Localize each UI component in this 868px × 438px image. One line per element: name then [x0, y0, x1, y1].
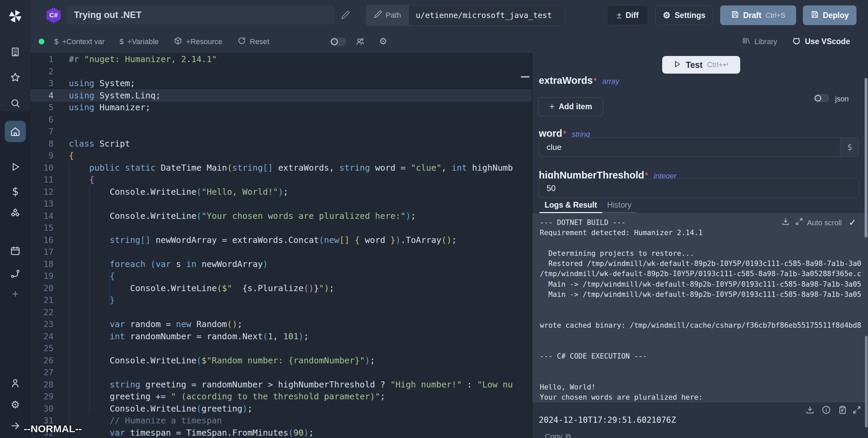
workers-status-dot	[39, 39, 44, 44]
path-field[interactable]: Path u/etienne/microsoft_java_test	[366, 5, 565, 26]
use-vscode-button[interactable]: Use VScode	[792, 31, 850, 53]
code-lines: 1#r "nuget: Humanizer, 2.14.1"23using Sy…	[31, 53, 532, 438]
json-toggle[interactable]	[814, 94, 829, 102]
code-line: 21 }	[31, 294, 532, 306]
save-floppy-icon	[811, 10, 819, 20]
run-panel: Test Ctrl+↵ extraWords * array json + Ad…	[532, 53, 868, 438]
path-value[interactable]: u/etienne/microsoft_java_test	[409, 5, 565, 25]
add-resource-button[interactable]: +Resource	[174, 36, 222, 47]
overview-ruler-mark	[521, 76, 530, 78]
info-icon[interactable]	[822, 405, 831, 415]
code-line: 6	[31, 114, 532, 126]
code-line: 12 Console.WriteLine("Hello, World!");	[31, 186, 532, 198]
header: C# Trying out .NET Path u/etienne/micros…	[31, 0, 868, 31]
code-line: 28 string greeting = randomNumber > high…	[31, 379, 532, 391]
code-line: 8class Script	[31, 138, 532, 150]
threshold-input[interactable]	[539, 179, 859, 197]
code-line: 1#r "nuget: Humanizer, 2.14.1"	[31, 53, 532, 65]
schedules-calendar-icon[interactable]	[10, 246, 20, 256]
check-icon[interactable]: ✓	[849, 217, 856, 228]
download-logs-icon[interactable]	[781, 217, 790, 226]
settings-button[interactable]: ⚙ Settings	[655, 5, 713, 25]
edit-title-pencil-icon[interactable]	[341, 11, 350, 21]
code-line: 31 // Humanize a timespan	[31, 415, 532, 427]
create-plus-icon[interactable]: +	[12, 289, 19, 299]
dollar-icon: $	[120, 37, 124, 46]
settings-gear-icon[interactable]: ⚙	[11, 400, 20, 410]
code-line: 16 string[] newWordArray = extraWords.Co…	[31, 234, 532, 246]
toggle-knob	[331, 38, 338, 45]
script-title[interactable]: Trying out .NET	[74, 5, 142, 24]
expand-logs-icon[interactable]	[795, 217, 804, 226]
draft-button[interactable]: Draft Ctrl+S	[720, 5, 796, 25]
code-line: 17	[31, 246, 532, 258]
json-toggle-label: json	[835, 95, 849, 103]
variables-dollar-icon[interactable]: $	[12, 186, 18, 196]
test-button[interactable]: Test Ctrl+↵	[662, 56, 740, 74]
log-text: --- DOTNET BUILD --- Requirement detecte…	[540, 217, 861, 402]
code-line: 25	[31, 342, 532, 355]
result-area: 2024-12-10T17:29:51.6021076Z Copy ⧉	[532, 402, 868, 438]
expand-arrow-icon[interactable]	[10, 421, 20, 431]
code-editor[interactable]: 1#r "nuget: Humanizer, 2.14.1"23using Sy…	[31, 53, 532, 438]
clipboard-copy-icon[interactable]	[838, 405, 847, 415]
package-icon	[174, 36, 182, 47]
diff-icon: ±	[617, 11, 622, 20]
favorites-star-icon[interactable]	[10, 72, 20, 82]
editor-settings-gear-icon[interactable]: ⚙	[379, 37, 387, 46]
code-line: 11 {	[31, 174, 532, 186]
script-title-field[interactable]: Trying out .NET	[66, 5, 334, 24]
library-button[interactable]: Library	[742, 31, 777, 53]
code-line: 2	[31, 65, 532, 78]
insert-variable-dollar-button[interactable]: $	[840, 138, 859, 156]
flows-route-icon[interactable]	[10, 269, 20, 279]
tab-logs-result[interactable]: Logs & Result	[539, 198, 602, 213]
code-line: 26 Console.WriteLine($"Random number: {r…	[31, 355, 532, 367]
windmill-logo-icon[interactable]	[8, 9, 23, 24]
panel-scrollbar-thumb[interactable]	[865, 78, 867, 237]
copy-result-button[interactable]: Copy ⧉	[545, 432, 571, 438]
diff-button[interactable]: ± Diff	[607, 5, 648, 25]
deploy-button[interactable]: Deploy	[803, 5, 856, 25]
code-line: 13	[31, 198, 532, 210]
play-icon	[673, 60, 681, 70]
maximize-result-icon[interactable]	[852, 405, 862, 415]
search-icon[interactable]	[10, 98, 20, 108]
required-mark: *	[593, 76, 597, 86]
code-line: 20 Console.WriteLine($" {s.Pluralize()}"…	[31, 282, 532, 294]
user-icon[interactable]	[10, 378, 20, 388]
gear-icon: ⚙	[663, 11, 670, 20]
code-line: 4using System.Linq;	[31, 90, 532, 102]
code-line: 10 public static DateTime Main(string[] …	[31, 162, 532, 174]
field-label-extrawords: extraWords * array	[539, 75, 619, 86]
workspace-building-icon[interactable]	[10, 47, 20, 57]
code-line: 19 {	[31, 270, 532, 282]
vscode-cat-icon	[792, 36, 801, 47]
test-kbd: Ctrl+↵	[707, 60, 729, 69]
reset-rotate-icon	[237, 36, 246, 47]
log-scrollbar-thumb[interactable]	[865, 336, 868, 427]
multiplayer-users-icon[interactable]	[355, 37, 365, 46]
resources-cubes-icon[interactable]	[10, 208, 20, 218]
diff-mode-toggle[interactable]	[330, 37, 346, 46]
code-line: 3using System;	[31, 77, 532, 90]
tab-history[interactable]: History	[602, 198, 637, 213]
windmill-app: $ + ⚙ C# Trying out .NET	[0, 0, 868, 438]
autoscroll-toggle[interactable]: Auto scroll	[807, 218, 842, 227]
code-line: 18 foreach (var s in newWordArray)	[31, 258, 532, 270]
runs-play-icon[interactable]	[10, 162, 20, 172]
word-input[interactable]	[539, 138, 840, 156]
add-variable-button[interactable]: $ +Variable	[120, 37, 159, 46]
code-line: 22	[31, 306, 532, 319]
reset-button[interactable]: Reset	[237, 36, 269, 47]
log-area: --- DOTNET BUILD --- Requirement detecte…	[532, 213, 868, 402]
dollar-icon: $	[54, 37, 58, 46]
add-context-var-button[interactable]: $ +Context var	[54, 37, 105, 46]
download-result-icon[interactable]	[805, 405, 815, 415]
add-item-button[interactable]: + Add item	[538, 97, 603, 116]
home-icon[interactable]	[10, 127, 20, 137]
sidebar-divider	[2, 111, 28, 111]
draft-kbd: Ctrl+S	[765, 11, 785, 19]
code-line: 14 Console.WriteLine("Your chosen words …	[31, 210, 532, 222]
code-line: 29 greeting += " (according to the thres…	[31, 391, 532, 403]
